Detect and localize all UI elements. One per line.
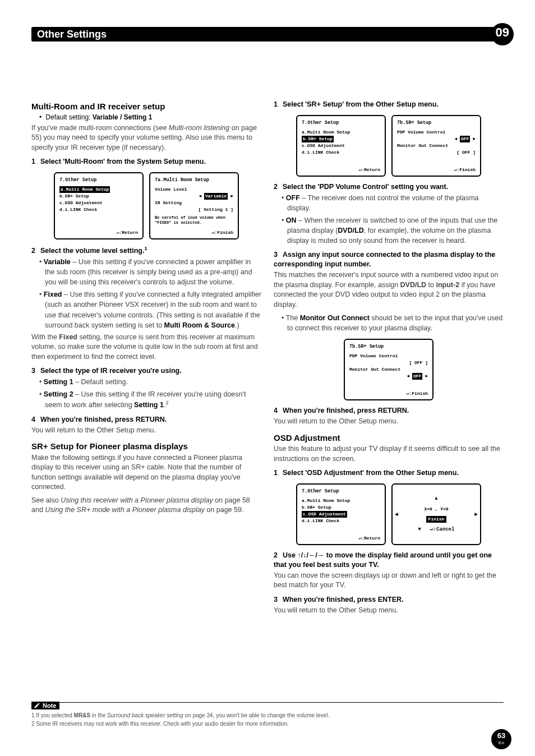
step-2: 2Select the volume level setting.1 [31, 245, 261, 256]
chapter-number: 09 [496, 25, 509, 40]
osd-paragraph: Use this feature to adjust your TV displ… [274, 444, 504, 464]
section-srplus-title: SR+ Setup for Pioneer plasma displays [31, 441, 261, 452]
step-1: 1Select 'Multi-Room' from the System Set… [31, 157, 261, 167]
bullet-setting1: • Setting 1 – Default setting. [39, 377, 261, 387]
osd-other-setup: 7.Other Setup a.Multi Room Setup b.SR+ S… [54, 172, 144, 239]
chapter-bar: Other Settings 09 [31, 27, 504, 42]
bullet-fixed: • Fixed – Use this setting if you've con… [39, 289, 261, 330]
note-label: Note [31, 702, 59, 709]
osd-srplus-pair: 7.Other Setup a.Multi Room Setup b.SR+ S… [274, 115, 504, 177]
osd-other-setup-2: 7.Other Setup a.Multi Room Setup b.SR+ S… [296, 115, 386, 177]
step-3: 3Select the type of IR receiver you're u… [31, 366, 261, 376]
r-step-1: 1Select 'SR+ Setup' from the Other Setup… [274, 100, 504, 109]
page-language: En [491, 740, 511, 745]
r-step-4-sub: You will return to the Other Setup menu. [274, 417, 504, 427]
osd-adjustment-pair: 7.Other Setup a.Multi Room Setup b.SR+ S… [274, 483, 504, 545]
page-number-badge: 63 En [491, 729, 511, 749]
r-step-3: 3Assign any input source connected to th… [274, 250, 504, 269]
osd-step-2-sub: You can move the screen displays up or d… [274, 571, 504, 591]
chapter-header: Other Settings 09 [31, 27, 504, 42]
r-step-2: 2Select the 'PDP Volume Control' setting… [274, 182, 504, 192]
osd-step-3-sub: You will return to the Other Setup menu. [274, 606, 504, 616]
default-label: Default setting: [45, 113, 92, 121]
footnote-1: 1 If you selected MR&S in the Surround b… [31, 712, 504, 720]
footnote-section: Note 1 If you selected MR&S in the Surro… [31, 702, 504, 728]
osd-other-setup-3: 7.Other Setup a.Multi Room Setup b.SR+ S… [296, 483, 386, 545]
osd-step-2: 2Use ↑/↓/←/→ to move the display field a… [274, 551, 504, 570]
bullet-on: • ON – When the receiver is switched to … [282, 215, 504, 246]
page-number: 63 [491, 732, 511, 739]
bullet-monitor-out: • The Monitor Out Connect should be set … [282, 313, 504, 333]
default-setting-line: • Default setting: Variable / Setting 1 [39, 113, 261, 121]
bullet-setting2: • Setting 2 – Use this setting if the IR… [39, 389, 261, 410]
osd-srplus-setup-2: 7b.SR+ Setup PDP Volume Control [ OFF ] … [344, 339, 433, 400]
chapter-title: Other Settings [37, 29, 107, 40]
footnote-2: 2 Some IR receivers may not work with th… [31, 720, 504, 728]
osd-multiroom-setup: 7a.Multi Room Setup Volume Level ◄ Varia… [149, 172, 239, 239]
default-values: Variable / Setting 1 [93, 113, 153, 121]
bullet-variable: • Variable – Use this setting if you've … [39, 257, 261, 287]
r-step-4: 4When you're finished, press RETURN. [274, 406, 504, 416]
osd-srplus-setup: 7b.SR+ Setup PDP Volume Control ◄ OFF ► … [391, 115, 481, 177]
section-osd-title: OSD Adjustment [274, 432, 504, 444]
osd-screenshot-pair: 7.Other Setup a.Multi Room Setup b.SR+ S… [31, 172, 261, 239]
left-column: Multi-Room and IR receiver setup • Defau… [31, 95, 261, 619]
srplus-paragraph-1: Make the following settings if you have … [31, 453, 261, 492]
srplus-paragraph-2: See also Using this receiver with a Pion… [31, 496, 261, 515]
right-column: 1Select 'SR+ Setup' from the Other Setup… [274, 95, 504, 619]
step-4: 4When you're finished, press RETURN. [31, 415, 261, 425]
fixed-paragraph: With the Fixed setting, the source is se… [31, 333, 261, 362]
osd-step-3: 3When you're finished, press ENTER. [274, 595, 504, 605]
intro-paragraph: If you've made multi-room connections (s… [31, 123, 261, 153]
bullet-off: • OFF – The receiver does not control th… [282, 193, 504, 213]
step-4-sub: You will return to the Other Setup menu. [31, 426, 261, 436]
osd-step-1: 1Select 'OSD Adjustment' from the Other … [274, 468, 504, 478]
section-multiroom-title: Multi-Room and IR receiver setup [31, 101, 261, 112]
osd-adjustment-preview: ▲ X=0 , Y=0 Finish ▼ ↵:Cancel ◄► [391, 483, 481, 545]
r-step-3-para: This matches the receiver's input source… [274, 270, 504, 310]
pencil-icon [34, 702, 40, 709]
